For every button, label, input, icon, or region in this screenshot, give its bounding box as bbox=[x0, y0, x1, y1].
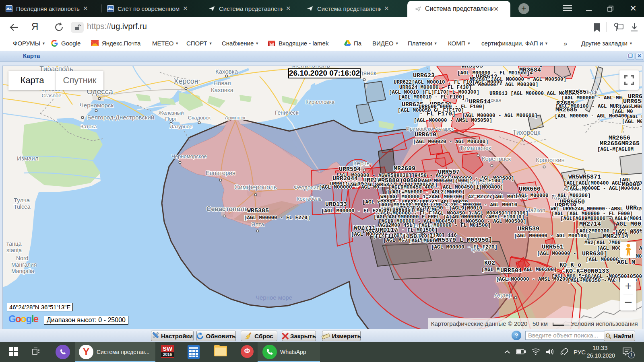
svg-text:MR2699: MR2699 bbox=[394, 165, 415, 172]
svg-text:Армянск: Армянск bbox=[225, 115, 246, 121]
svg-text:URR630]: URR630] bbox=[582, 251, 607, 257]
svg-text:Коктебель: Коктебель bbox=[297, 196, 322, 202]
svg-text:URR501: URR501 bbox=[500, 267, 522, 274]
svg-text:MR2656MR265: MR2656MR265 bbox=[600, 140, 640, 147]
svg-text:- FL F170]: - FL F170] bbox=[419, 111, 456, 117]
svg-text:Черноморск: Черноморск bbox=[80, 102, 114, 109]
svg-text:Новая: Новая bbox=[213, 80, 231, 86]
svg-text:URR: URR bbox=[626, 205, 637, 212]
svg-text:Ялта: Ялта bbox=[251, 221, 264, 228]
svg-text:[AGL M0: [AGL M0 bbox=[612, 109, 633, 115]
svg-text:[AGL M00000 - FL F28(: [AGL M00000 - FL F28( bbox=[321, 208, 385, 214]
svg-text:M0000: M0000 bbox=[622, 181, 640, 188]
svg-text:Каховка: Каховка bbox=[215, 68, 238, 75]
svg-text:WR5905: WR5905 bbox=[461, 66, 483, 70]
svg-text:URD133: URD133 bbox=[325, 201, 347, 208]
svg-text:WR5379 L M03950]: WR5379 L M03950] bbox=[434, 237, 492, 244]
svg-text:Кропоткин: Кропоткин bbox=[536, 156, 565, 163]
svg-text:Евпатория: Евпатория bbox=[206, 169, 235, 176]
svg-text:MR3684: MR3684 bbox=[519, 67, 541, 74]
svg-text:Измаил: Измаил bbox=[17, 155, 38, 162]
svg-text:AGL M00: AGL M00 bbox=[616, 221, 641, 228]
svg-text:Адлер: Адлер bbox=[494, 292, 512, 298]
svg-text:Скадовск: Скадовск bbox=[188, 115, 211, 121]
svg-text:[AGL-M[AGL0M: [AGL-M[AGL0M bbox=[597, 147, 634, 152]
svg-text:MR2685: MR2685 bbox=[555, 107, 577, 113]
svg-text:MR2714: MR2714 bbox=[579, 221, 601, 228]
svg-text:URR622[AGL M00010 - FL F10[AGL: URR622[AGL M00010 - FL F10[AGL M0000 bbox=[394, 80, 502, 85]
svg-text:Nord: Nord bbox=[16, 255, 28, 261]
svg-text:Симферополь: Симферополь bbox=[234, 184, 277, 191]
svg-text:[AGL M00020 - AGL M00300]: [AGL M00020 - AGL M00300] bbox=[413, 139, 489, 145]
svg-text:Каховка: Каховка bbox=[211, 86, 234, 93]
svg-text:Черноморское: Черноморское bbox=[171, 153, 207, 159]
svg-text:[AGL M00000 - FL F270]: [AGL M00000 - FL F270] bbox=[244, 215, 310, 221]
svg-text:Тулча: Тулча bbox=[14, 197, 30, 204]
svg-text:[AGL M00000 - AMSL M05050]: [AGL M00000 - AMSL M05050] bbox=[414, 118, 492, 123]
svg-text:stanţa: stanţa bbox=[6, 247, 22, 253]
svg-text:танца: танца bbox=[6, 241, 22, 247]
svg-text:[AGL M00010 - FL F100]: [AGL M00010 - FL F100] bbox=[398, 95, 465, 100]
svg-text:[AGL M00000 - AGL M00300]: [AGL M00000 - AGL M00300] bbox=[515, 193, 591, 199]
svg-text:WOZ711: WOZ711 bbox=[354, 225, 376, 232]
svg-text:URR610: URR610 bbox=[415, 132, 436, 138]
svg-text:[AGL M00000 - AGL M0: [AGL M00000 - AGL M0 bbox=[319, 185, 379, 190]
svg-text:Херсон: Херсон bbox=[173, 77, 198, 85]
svg-text:Белгород-Днестровский: Белгород-Днестровский bbox=[87, 114, 155, 121]
svg-text:[AGL M00000 - AGL M00100]: [AGL M00000 - AGL M00100] bbox=[514, 233, 590, 239]
svg-text:Тимашевск: Тимашевск bbox=[460, 144, 491, 151]
svg-text:Кирилловка: Кирилловка bbox=[305, 99, 335, 105]
svg-text:Севастополь: Севастополь bbox=[206, 206, 248, 212]
svg-text:Порт: Порт bbox=[165, 116, 177, 122]
svg-text:URD117: URD117 bbox=[376, 227, 398, 234]
svg-text:[AGL M000: [AGL M000 bbox=[409, 238, 436, 244]
svg-text:Чёрное море: Чёрное море bbox=[256, 294, 292, 301]
svg-text:Затока: Затока bbox=[80, 123, 97, 130]
svg-text:Феодосия: Феодосия bbox=[294, 184, 320, 191]
svg-text:[AGL M00000: [AGL M00000 bbox=[586, 257, 619, 263]
svg-text:AGL M: AGL M bbox=[617, 259, 635, 266]
svg-text:URR539: URR539 bbox=[518, 226, 539, 232]
svg-text:[AGL M00: [AGL M00 bbox=[615, 230, 639, 235]
svg-text:[AGL M00000 - FL F270]: [AGL M00000 - FL F270] bbox=[431, 245, 497, 250]
svg-text:MR2685: MR2685 bbox=[565, 89, 586, 96]
svg-text:URR597: URR597 bbox=[438, 169, 460, 176]
svg-text:[AGL M00000 -: [AGL M00000 - bbox=[537, 251, 576, 257]
svg-text:Мангалия: Мангалия bbox=[11, 261, 37, 268]
svg-text:URR551: URR551 bbox=[542, 244, 564, 251]
svg-text:[AGL M00: [AGL M00 bbox=[622, 119, 642, 125]
svg-text:Тихорецк: Тихорецк bbox=[513, 129, 541, 136]
svg-text:WR[AGL M00000 1=2AGL M00700]: WR[AGL M00000 1=2AGL M00700] 42"R2727(AG… bbox=[380, 194, 528, 200]
svg-text:URR623: URR623 bbox=[413, 72, 435, 79]
svg-text:WR5WR5871: WR5WR5871 bbox=[568, 174, 601, 181]
svg-text:Геническ: Геническ bbox=[275, 109, 299, 116]
svg-text:URR594: URR594 bbox=[339, 166, 361, 173]
svg-text:Железный: Железный bbox=[159, 110, 184, 116]
svg-text:URR660: URR660 bbox=[519, 186, 541, 193]
svg-text:WR5385: WR5385 bbox=[247, 208, 269, 214]
svg-text:Crasnoe: Crasnoe bbox=[41, 93, 61, 99]
svg-text:Приморско-Ахтарск: Приморско-Ахтарск bbox=[406, 126, 454, 132]
svg-text:Керчь: Керчь bbox=[353, 160, 370, 167]
svg-text:MR2[AGL 7M00: MR2[AGL 7M00 bbox=[584, 240, 621, 246]
svg-text:Tulcea: Tulcea bbox=[14, 204, 31, 210]
svg-text:Кореновск: Кореновск bbox=[482, 155, 511, 162]
svg-text:Лазурное: Лазурное bbox=[170, 123, 193, 130]
svg-text:Mangalia: Mangalia bbox=[11, 268, 34, 274]
svg-text:KO2: KO2 bbox=[484, 260, 495, 267]
